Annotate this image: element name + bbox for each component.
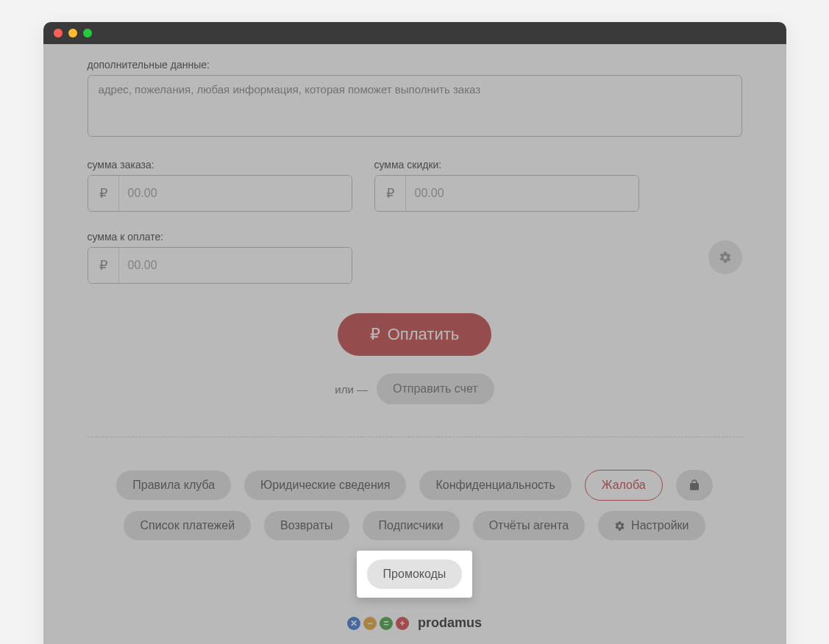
discount-sum-input-group: ₽ [374,175,639,212]
brand-name: prodamus [418,615,482,631]
pay-sum-field: сумма к оплате: ₽ [88,231,352,284]
sums-row-1: сумма заказа: ₽ сумма скидки: ₽ [88,159,742,212]
gear-icon [614,520,625,532]
pay-button-label: Оплатить [388,325,460,344]
pay-sum-label: сумма к оплате: [88,231,352,243]
brand-row: ✕ − = + prodamus [102,615,727,631]
send-invoice-button[interactable]: Отправить счет [377,373,494,404]
settings-link[interactable]: Настройки [598,511,705,540]
brand-plus-icon: + [396,617,409,630]
footer: Правила клуба Юридические сведения Конфи… [88,437,742,644]
ruble-icon: ₽ [375,176,406,211]
alt-row: или — Отправить счет [88,373,742,404]
promocodes-link[interactable]: Промокоды [367,559,463,589]
ruble-icon: ₽ [370,325,380,344]
pay-sum-input-group: ₽ [88,247,352,284]
app-window: дополнительные данные: сумма заказа: ₽ с… [43,22,786,644]
subscribers-link[interactable]: Подписчики [363,511,460,540]
brand-x-icon: ✕ [347,617,360,630]
window-close-icon[interactable] [54,29,63,37]
unlock-icon [688,479,701,492]
gear-icon [719,251,732,264]
sums-row-2: сумма к оплате: ₽ [88,231,742,284]
footer-pills: Правила клуба Юридические сведения Конфи… [102,470,727,598]
window-minimize-icon[interactable] [68,29,77,37]
pay-sum-input[interactable] [119,248,352,283]
club-rules-link[interactable]: Правила клуба [116,471,231,500]
order-sum-label: сумма заказа: [88,159,352,171]
settings-link-label: Настройки [631,519,689,532]
discount-sum-input[interactable] [406,176,638,211]
brand-equals-icon: = [380,617,393,630]
promocodes-highlight: Промокоды [357,551,473,598]
brand-minus-icon: − [363,617,377,630]
pay-button[interactable]: ₽ Оплатить [338,313,492,356]
unlock-button[interactable] [676,470,713,501]
pay-row: ₽ Оплатить [88,313,742,356]
order-sum-input[interactable] [119,176,352,211]
ruble-icon: ₽ [88,248,119,283]
complaint-link[interactable]: Жалоба [585,470,663,501]
content-wrap: дополнительные данные: сумма заказа: ₽ с… [43,44,786,644]
order-sum-field: сумма заказа: ₽ [88,159,352,212]
settings-gear-button[interactable] [708,240,742,274]
order-sum-input-group: ₽ [88,175,352,212]
window-maximize-icon[interactable] [83,29,92,37]
legal-link[interactable]: Юридические сведения [244,471,406,500]
payments-list-link[interactable]: Список платежей [124,511,251,540]
refunds-link[interactable]: Возвраты [264,511,349,540]
privacy-link[interactable]: Конфиденциальность [419,471,571,500]
additional-data-input[interactable] [88,75,742,137]
additional-data-label: дополнительные данные: [88,59,742,71]
window-titlebar [43,22,786,44]
agent-reports-link[interactable]: Отчёты агента [473,511,585,540]
ruble-icon: ₽ [88,176,119,211]
discount-sum-label: сумма скидки: [374,159,639,171]
discount-sum-field: сумма скидки: ₽ [374,159,639,212]
alt-text: или — [335,383,368,396]
form-content: дополнительные данные: сумма заказа: ₽ с… [43,44,786,644]
